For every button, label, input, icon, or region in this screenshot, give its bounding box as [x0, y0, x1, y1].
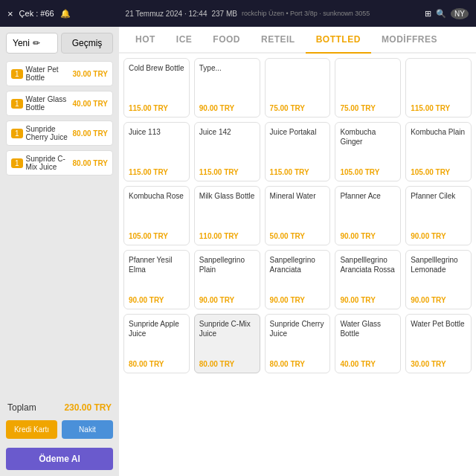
status-center: 21 Temmuz 2024 · 12:44 237 MB rockchip Ü… — [126, 10, 370, 18]
product-name: Milk Glass Bottle — [199, 191, 255, 229]
product-card[interactable]: Pfanner Ace 90.00 TRY — [335, 186, 401, 245]
product-price: 75.00 TRY — [340, 104, 396, 112]
product-price: 90.00 TRY — [411, 232, 466, 240]
product-price: 110.00 TRY — [199, 232, 255, 240]
product-card[interactable]: Kombucha Rose 105.00 TRY — [123, 186, 190, 245]
product-card[interactable]: Juice 142 115.00 TRY — [194, 122, 260, 181]
product-name: Sanpelllegrino Lemonade — [411, 255, 466, 293]
tab-bottled[interactable]: BOTTLED — [306, 27, 371, 54]
item-price: 30.00 TRY — [73, 70, 108, 78]
new-order-button[interactable]: Yeni ✏ — [6, 33, 58, 54]
gecmis-label: Geçmiş — [72, 38, 103, 48]
tab-reteil[interactable]: RETEIL — [251, 27, 306, 52]
product-card[interactable]: 75.00 TRY — [335, 58, 401, 118]
product-price: 90.00 TRY — [199, 296, 255, 304]
product-card-selected[interactable]: Sunpride C-Mix Juice 80.00 TRY — [194, 314, 260, 373]
product-card[interactable]: Kombucha Ginger 105.00 TRY — [335, 122, 401, 181]
app-info: rockchip Üzen • Port 3/8p · sunknown 305… — [242, 10, 370, 17]
item-price: 80.00 TRY — [73, 129, 108, 138]
product-name: Kombucha Plain — [411, 127, 466, 165]
order-item[interactable]: 1 Sunpride Cherry Juice 80.00 TRY — [6, 120, 113, 146]
status-right: ⊞ 🔍 NY — [425, 8, 469, 19]
product-name — [340, 63, 396, 101]
user-avatar[interactable]: NY — [451, 8, 469, 19]
history-button[interactable]: Geçmiş — [61, 33, 113, 54]
product-card[interactable]: Type... 90.00 TRY — [194, 58, 260, 118]
product-name — [411, 63, 466, 101]
total-row: Toplam 230.00 TRY — [6, 399, 113, 416]
tab-ice[interactable]: ICE — [166, 27, 203, 52]
product-price: 75.00 TRY — [270, 104, 326, 112]
product-name: Type... — [199, 63, 255, 101]
product-name: Juice 113 — [129, 127, 184, 165]
memory-info: 237 MB — [211, 10, 237, 18]
tab-modifres[interactable]: MODİFFRES — [371, 27, 448, 52]
search-icon[interactable]: 🔍 — [436, 9, 446, 19]
grid-icon[interactable]: ⊞ — [425, 9, 431, 19]
order-item[interactable]: 1 Sunpride C-Mix Juice 80.00 TRY — [6, 150, 113, 176]
bell-icon[interactable]: 🔔 — [60, 9, 71, 19]
product-card[interactable]: Pfanner Cilek 90.00 TRY — [405, 186, 472, 245]
product-card[interactable]: 115.00 TRY — [405, 58, 472, 118]
product-price: 30.00 TRY — [411, 360, 466, 368]
product-price: 80.00 TRY — [270, 360, 326, 368]
tab-hot[interactable]: HOT — [125, 27, 166, 52]
product-card[interactable]: Sunpride Apple Juice 80.00 TRY — [123, 314, 190, 373]
product-name: Sunpride C-Mix Juice — [199, 319, 255, 357]
product-price: 115.00 TRY — [199, 168, 255, 176]
product-name: Sanpellegrino Aranciata — [270, 255, 326, 293]
product-price: 115.00 TRY — [270, 168, 326, 176]
cash-button[interactable]: Nakit — [62, 420, 113, 439]
product-card[interactable]: 75.00 TRY — [265, 58, 331, 118]
order-label: Çek : #66 — [19, 9, 54, 18]
product-card[interactable]: Juice Portakal 115.00 TRY — [265, 122, 331, 181]
product-name: Sanpellegrino Plain — [199, 255, 255, 293]
product-card[interactable]: Sanpelllegrino Lemonade 90.00 TRY — [405, 250, 472, 309]
edit-icon: ✏ — [33, 38, 40, 48]
product-price: 80.00 TRY — [129, 360, 184, 368]
product-name: Sunpride Cherry Juice — [270, 319, 326, 357]
item-name: Sunpride C-Mix Juice — [26, 155, 73, 171]
product-card[interactable]: Sanpelllegrino Aranciata Rossa 90.00 TRY — [335, 250, 401, 309]
close-button[interactable]: × — [7, 8, 13, 19]
item-name: Water Pet Bottle — [26, 65, 73, 82]
product-card[interactable]: Milk Glass Bottle 110.00 TRY — [194, 186, 260, 245]
product-name: Pfanner Yesil Elma — [129, 255, 184, 293]
sidebar: Yeni ✏ Geçmiş 1 Water Pet Bottle 30.00 T… — [0, 27, 119, 476]
product-name: Mineral Water — [270, 191, 326, 229]
item-qty: 1 — [11, 158, 23, 168]
product-price: 90.00 TRY — [270, 296, 326, 304]
product-price: 115.00 TRY — [129, 104, 184, 112]
tab-food[interactable]: FOOD — [202, 27, 251, 52]
checkout-button[interactable]: Ödeme Al — [6, 448, 113, 470]
credit-card-button[interactable]: Kredi Kartı — [6, 420, 57, 439]
yeni-label: Yeni — [13, 38, 30, 48]
product-card[interactable]: Water Pet Bottle 30.00 TRY — [405, 314, 472, 373]
product-price: 50.00 TRY — [270, 232, 326, 240]
content-area: HOT ICE FOOD RETEIL BOTTLED MODİFFRES Co… — [119, 27, 476, 476]
product-card[interactable]: Pfanner Yesil Elma 90.00 TRY — [123, 250, 190, 309]
product-name: Water Glass Bottle — [340, 319, 396, 357]
item-qty: 1 — [11, 129, 23, 138]
total-amount: 230.00 TRY — [64, 402, 112, 413]
product-name: Pfanner Cilek — [411, 191, 466, 229]
tab-bar: HOT ICE FOOD RETEIL BOTTLED MODİFFRES — [119, 27, 476, 54]
product-price: 40.00 TRY — [340, 360, 396, 368]
order-item[interactable]: 1 Water Glass Bottle 40.00 TRY — [6, 91, 113, 116]
product-card[interactable]: Water Glass Bottle 40.00 TRY — [335, 314, 401, 373]
product-name: Kombucha Rose — [129, 191, 184, 229]
status-bar: × Çek : #66 🔔 21 Temmuz 2024 · 12:44 237… — [0, 0, 476, 27]
product-card[interactable]: Kombucha Plain 105.00 TRY — [405, 122, 472, 181]
product-name: Pfanner Ace — [340, 191, 396, 229]
product-card[interactable]: Cold Brew Bottle 115.00 TRY — [123, 58, 190, 118]
product-card[interactable]: Juice 113 115.00 TRY — [123, 122, 190, 181]
item-name: Water Glass Bottle — [26, 95, 73, 112]
product-price: 80.00 TRY — [199, 360, 255, 368]
product-card[interactable]: Mineral Water 50.00 TRY — [265, 186, 331, 245]
product-card[interactable]: Sanpellegrino Plain 90.00 TRY — [194, 250, 260, 309]
order-item[interactable]: 1 Water Pet Bottle 30.00 TRY — [6, 61, 113, 86]
product-name: Sanpelllegrino Aranciata Rossa — [340, 255, 396, 293]
product-card[interactable]: Sanpellegrino Aranciata 90.00 TRY — [265, 250, 331, 309]
product-card[interactable]: Sunpride Cherry Juice 80.00 TRY — [265, 314, 331, 373]
product-name — [270, 63, 326, 101]
